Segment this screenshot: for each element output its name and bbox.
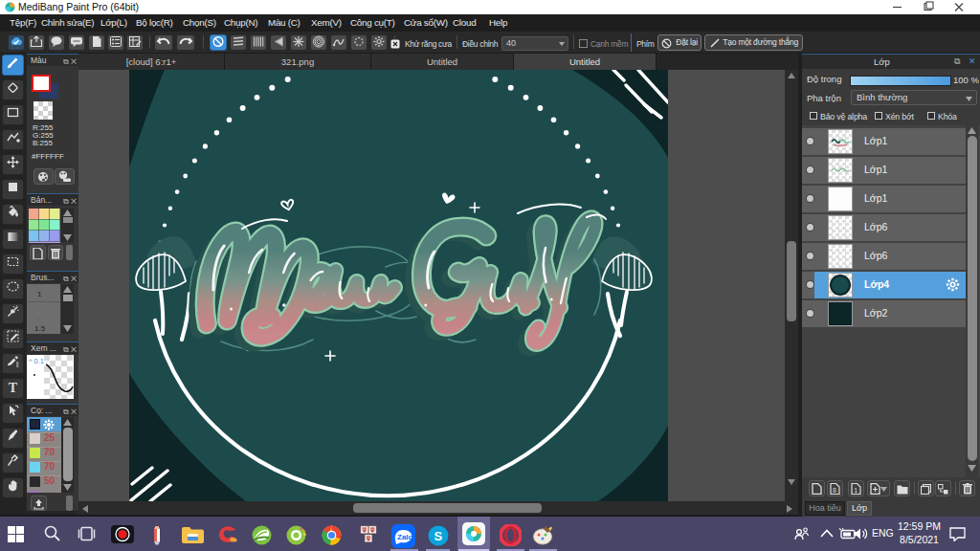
svg-text:8: 8 [833,487,836,494]
svg-text:1: 1 [854,487,858,494]
svg-text:S: S [434,529,443,543]
svg-text:Zalo: Zalo [397,533,413,541]
